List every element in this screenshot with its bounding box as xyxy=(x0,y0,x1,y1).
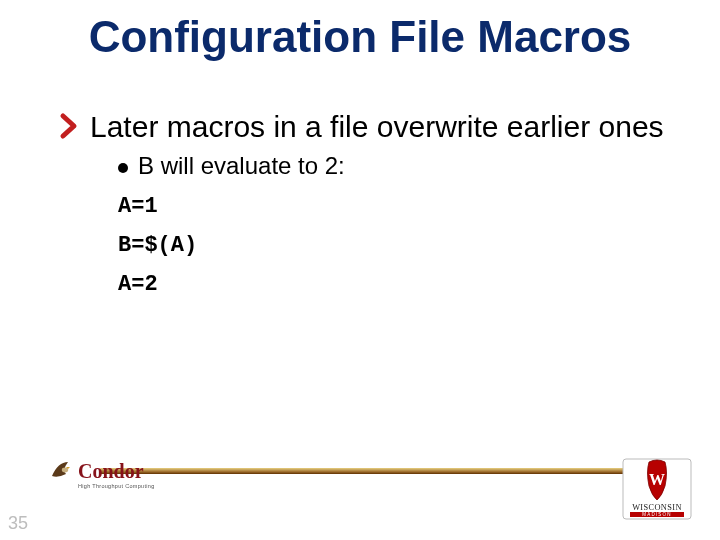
slide-body: Later macros in a file overwrite earlier… xyxy=(60,108,680,297)
slide: Configuration File Macros Later macros i… xyxy=(0,0,720,540)
wisc-text: WISCONSIN xyxy=(632,503,682,512)
code-line-1: A=1 xyxy=(118,194,680,219)
bullet-text: Later macros in a file overwrite earlier… xyxy=(90,108,664,146)
slide-number: 35 xyxy=(8,513,28,534)
svg-point-0 xyxy=(62,468,68,473)
condor-logo: Condor High Throughput Computing xyxy=(46,456,176,496)
chevron-icon xyxy=(60,114,86,138)
code-line-3: A=2 xyxy=(118,272,680,297)
wisconsin-logo: W WISCONSIN MADISON xyxy=(622,458,692,520)
sub-block: B will evaluate to 2: A=1 B=$(A) A=2 xyxy=(118,152,680,297)
sub-bullet-row: B will evaluate to 2: xyxy=(118,152,680,180)
sub-bullet-text: B will evaluate to 2: xyxy=(138,152,345,180)
bullet-level1: Later macros in a file overwrite earlier… xyxy=(60,108,680,146)
footer-rule xyxy=(100,468,640,474)
condor-text: Condor xyxy=(78,460,144,482)
code-line-2: B=$(A) xyxy=(118,233,680,258)
wisc-subtext: MADISON xyxy=(642,512,671,517)
condor-tagline: High Throughput Computing xyxy=(78,483,155,489)
dot-icon xyxy=(118,163,128,173)
slide-title: Configuration File Macros xyxy=(0,12,720,62)
svg-text:W: W xyxy=(649,471,665,488)
